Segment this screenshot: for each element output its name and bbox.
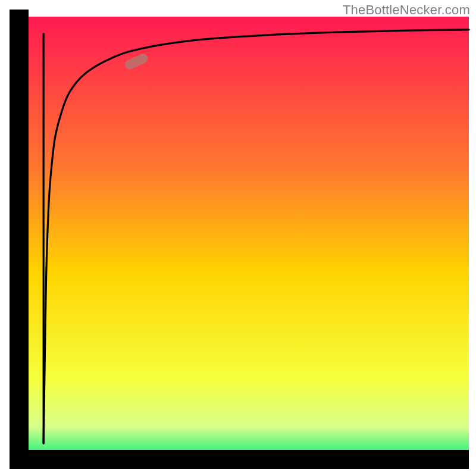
bottleneck-chart xyxy=(0,0,476,476)
x-axis xyxy=(10,450,469,469)
plot-background xyxy=(29,17,469,457)
y-axis xyxy=(10,10,29,469)
watermark-text: TheBottleNecker.com xyxy=(343,2,470,18)
chart-stage: TheBottleNecker.com xyxy=(0,0,476,476)
